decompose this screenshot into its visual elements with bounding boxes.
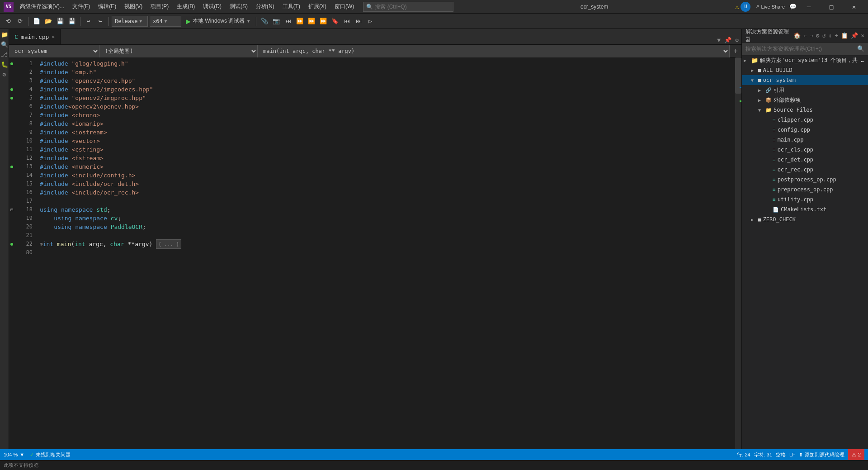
tree-item-clipper[interactable]: ≡ clipper.cpp — [742, 115, 868, 125]
notification-icon[interactable]: ⚠ — [735, 3, 739, 10]
tree-item-config[interactable]: ≡ config.cpp — [742, 125, 868, 135]
minimize-button[interactable]: ─ — [798, 0, 819, 14]
live-share-button[interactable]: ↗ Live Share — [752, 3, 788, 10]
tab-main-cpp[interactable]: C main.cpp ✕ — [9, 29, 61, 44]
forward-button[interactable]: ⟳ — [14, 16, 25, 27]
tree-item-extdeps[interactable]: ▶ 📦 外部依赖项 — [742, 95, 868, 105]
platform-dropdown[interactable]: x64 ▼ — [150, 16, 181, 27]
scope-selector[interactable]: ocr_system — [9, 45, 99, 57]
spaces-status[interactable]: 空格 — [776, 451, 786, 458]
tab-close-button[interactable]: ✕ — [52, 34, 55, 40]
tree-item-cmake[interactable]: 📄 CMakeLists.txt — [742, 204, 868, 214]
tree-item-utility[interactable]: ≡ utility.cpp — [742, 195, 868, 204]
line-status[interactable]: 行: 24 — [737, 451, 750, 458]
panel-copy-icon[interactable]: 📋 — [841, 32, 848, 39]
nav-btn1[interactable]: ⏮ — [341, 16, 352, 27]
menu-project[interactable]: 视图(V) — [121, 2, 146, 11]
close-button[interactable]: ✕ — [844, 0, 864, 14]
fold-expand-icon[interactable]: ⊕ — [40, 240, 43, 248]
col-status[interactable]: 字符: 31 — [754, 451, 772, 458]
code-editor[interactable]: ⊟ 1 2 3 4 5 6 7 8 9 10 11 12 — [9, 57, 741, 449]
open-file-button[interactable]: 📂 — [43, 16, 54, 27]
tree-item-postprocess[interactable]: ≡ postprocess_op.cpp — [742, 175, 868, 185]
feedback-icon[interactable]: 💬 — [789, 3, 797, 10]
menu-debug[interactable]: 生成(B) — [173, 2, 198, 11]
save-button[interactable]: 💾 — [55, 16, 66, 27]
error-badge[interactable]: ⚠ 2 — [848, 449, 864, 460]
tree-item-refs[interactable]: ▶ 🔗 引用 — [742, 85, 868, 95]
menu-analyze[interactable]: 测试(S) — [226, 2, 251, 11]
panel-collapse-icon[interactable]: ↕ — [829, 32, 832, 39]
panel-back-icon[interactable]: ← — [803, 32, 807, 39]
activity-search-icon[interactable]: 🔍 — [1, 41, 8, 48]
panel-filter-icon[interactable]: ⚙ — [816, 32, 820, 39]
maximize-button[interactable]: □ — [821, 0, 842, 14]
tree-item-zerocheck[interactable]: ▶ ■ ZERO_CHECK — [742, 214, 868, 224]
menu-build[interactable]: 项目(P) — [147, 2, 172, 11]
menu-view[interactable]: 编辑(E) — [94, 2, 120, 11]
panel-close-icon[interactable]: ✕ — [861, 32, 864, 39]
symbol-selector[interactable]: main(int argc, char ** argv) — [258, 45, 730, 57]
run-button[interactable]: ▶ 本地 Windows 调试器 ▼ — [183, 16, 253, 26]
fold-icon-18[interactable]: ⊟ — [10, 205, 13, 214]
activity-explorer-icon[interactable]: 📁 — [1, 31, 8, 38]
no-issues-status[interactable]: ✓ 未找到相关问题 — [30, 451, 71, 458]
tab-settings-button[interactable]: ⚙ — [734, 36, 740, 44]
add-source-button[interactable]: ⬆ 添加到源代码管理 — [799, 451, 844, 458]
menu-window[interactable]: 扩展(X) — [305, 2, 330, 11]
redo-button[interactable]: ↪ — [95, 16, 106, 27]
panel-refresh-icon[interactable]: ↺ — [822, 32, 826, 39]
folded-block[interactable]: { ... } — [156, 239, 181, 249]
panel-search-input[interactable] — [745, 46, 855, 52]
tree-item-preprocess[interactable]: ≡ preprocess_op.cpp — [742, 185, 868, 195]
save-all-button[interactable]: 💾 — [66, 16, 77, 27]
tree-item-sourcefiles[interactable]: ▼ 📁 Source Files — [742, 105, 868, 115]
menu-test[interactable]: 调试(D) — [199, 2, 225, 11]
panel-home-icon[interactable]: 🏠 — [793, 32, 801, 39]
encoding-status[interactable]: LF — [789, 452, 795, 457]
debug-btn2[interactable]: ⏩ — [294, 16, 305, 27]
tree-item-ocrdet[interactable]: ≡ ocr_det.cpp — [742, 155, 868, 165]
menu-edit[interactable]: 文件(F) — [69, 2, 94, 11]
global-scope-selector[interactable]: (全局范围) — [99, 45, 258, 57]
tree-item-ocrrec[interactable]: ≡ ocr_rec.cpp — [742, 165, 868, 175]
undo-button[interactable]: ↩ — [83, 16, 94, 27]
tab-list-button[interactable]: ▼ — [716, 36, 722, 44]
back-button[interactable]: ⟲ — [3, 16, 14, 27]
new-file-button[interactable]: 📄 — [31, 16, 42, 27]
build-configuration-dropdown[interactable]: Release ▼ — [112, 16, 148, 27]
nav-btn3[interactable]: ▷ — [365, 16, 376, 27]
bookmark-btn[interactable]: 🔖 — [330, 16, 340, 27]
activity-settings-icon[interactable]: ⚙ — [1, 71, 8, 78]
menu-help[interactable]: 窗口(W) — [331, 2, 358, 11]
debug-btn1[interactable]: ⏭ — [283, 16, 293, 27]
tree-item-solution[interactable]: ▶ 📁 解决方案'ocr_system'(3 个项目，共 3 个) — [742, 55, 868, 65]
activity-git-icon[interactable]: ⎇ — [1, 51, 8, 58]
user-avatar[interactable]: U — [741, 2, 750, 12]
global-search-box[interactable]: 🔍 — [363, 2, 453, 12]
attach-button[interactable]: 📎 — [259, 16, 270, 27]
tree-item-ocrsystem[interactable]: ▼ ■ ocr_system — [742, 75, 868, 85]
panel-search-icon[interactable]: 🔍 — [857, 45, 864, 52]
tree-item-maincpp[interactable]: ≡ main.cpp — [742, 135, 868, 145]
editor-scrollbar[interactable] — [735, 57, 741, 449]
debug-btn3[interactable]: ⏩ — [306, 16, 317, 27]
panel-forward-icon[interactable]: → — [810, 32, 813, 39]
panel-pin-icon[interactable]: 📌 — [851, 32, 858, 39]
menu-tools[interactable]: 分析(N) — [252, 2, 278, 11]
add-file-button[interactable]: + — [730, 47, 741, 55]
search-input[interactable] — [375, 4, 447, 10]
panel-new-solution-icon[interactable]: + — [835, 32, 838, 39]
nav-btn2[interactable]: ⏭ — [353, 16, 364, 27]
camera-button[interactable]: 📷 — [271, 16, 282, 27]
activity-debug-icon[interactable]: 🐛 — [1, 61, 8, 68]
menu-extensions[interactable]: 工具(T) — [279, 2, 304, 11]
tree-item-allbuild[interactable]: ▶ ■ ALL_BUILD — [742, 65, 868, 75]
tab-pin-button[interactable]: 📌 — [723, 36, 732, 44]
code-content[interactable]: #include "glog/logging.h" #include "omp.… — [36, 57, 735, 449]
scrollbar-thumb[interactable] — [735, 57, 741, 94]
zoom-status[interactable]: 104 % ▼ — [4, 452, 24, 457]
menu-file[interactable]: 高级保存选项(V)... — [16, 2, 68, 11]
debug-btn4[interactable]: ⏩ — [318, 16, 329, 27]
tree-item-ocrcls[interactable]: ≡ ocr_cls.cpp — [742, 145, 868, 155]
